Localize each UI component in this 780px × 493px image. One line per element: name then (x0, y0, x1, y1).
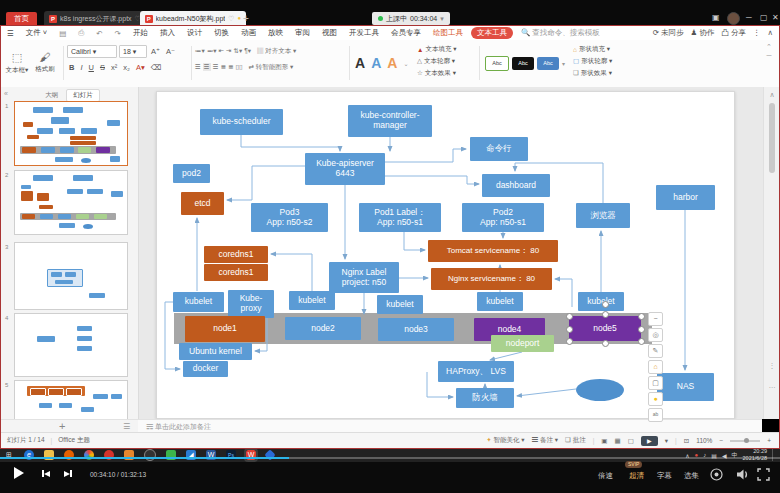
more-icon[interactable]: ⋮ (753, 28, 761, 38)
more-dots-icon[interactable]: ⋯ (764, 384, 780, 392)
scrollbar-thumb[interactable] (769, 103, 775, 173)
selection-handle[interactable] (602, 311, 609, 318)
numbered-list-icon[interactable]: ≕▾ (207, 47, 217, 55)
next-episode-button[interactable] (64, 470, 72, 477)
shape-home-icon[interactable]: ⌂ (648, 360, 663, 374)
remove-icon[interactable]: − (648, 312, 663, 326)
format-painter-button[interactable]: 🖌格式刷 (31, 43, 59, 81)
restore-button[interactable]: ▢ (760, 12, 768, 24)
avatar[interactable] (727, 12, 740, 25)
font-color-button[interactable]: A▾ (134, 63, 147, 72)
selection-handle[interactable] (566, 313, 573, 320)
menu-item-slideshow[interactable]: 放映 (262, 28, 289, 38)
text-effect-button[interactable]: 文本效果 ▾ (425, 69, 456, 78)
align-text-button[interactable]: ▥ 对齐文本 ▾ (257, 47, 296, 56)
ribbon-collapse-icon[interactable]: ⌃─ (761, 42, 777, 60)
text-outline-button[interactable]: 文本轮廓 ▾ (424, 57, 455, 66)
document-tab-1[interactable]: P k8s ingress公开课.pptx ♡ (44, 11, 146, 26)
menu-item-transition[interactable]: 切换 (208, 28, 235, 38)
menu-item-view[interactable]: 视图 (316, 28, 343, 38)
diagram-node-node1[interactable]: node1 (185, 316, 265, 342)
collab-button[interactable]: ♟ 协作 (691, 28, 715, 38)
save-icon[interactable]: ▤ (53, 29, 72, 38)
slide-thumbnail-5[interactable] (14, 380, 128, 419)
selection-handle[interactable] (638, 338, 645, 345)
text-preset-blue[interactable]: A (371, 55, 381, 71)
quality-button[interactable]: 超清 (629, 471, 644, 481)
sync-status[interactable]: ⟳ 未同步 (653, 28, 684, 38)
selection-handle[interactable] (638, 313, 645, 320)
align-left-icon[interactable]: ☰ (195, 63, 201, 71)
bullet-list-icon[interactable]: ≔▾ (195, 47, 205, 55)
page-dots-icon[interactable]: ⋮ (764, 363, 780, 368)
menu-item-design[interactable]: 设计 (181, 28, 208, 38)
smart-graphic-button[interactable]: ⇄ 转智能图形 ▾ (249, 63, 294, 72)
command-search[interactable]: 🔍 查找命令、搜索模板 (521, 28, 600, 38)
fullscreen-icon[interactable] (757, 468, 770, 481)
text-tool-icon[interactable]: ab (648, 408, 663, 422)
selection-handle[interactable] (566, 326, 573, 333)
align-center-icon[interactable]: ☰ (203, 63, 211, 71)
menu-item-devtools[interactable]: 开发工具 (343, 28, 385, 38)
diagram-node-kubelet-5[interactable]: kubelet (578, 292, 624, 311)
zoom-out-icon[interactable]: − (719, 437, 723, 444)
close-button[interactable]: ✕ (772, 12, 779, 24)
sorter-view-icon[interactable]: ▦ (615, 437, 621, 445)
speed-button[interactable]: 倍速 (598, 471, 613, 481)
textbox-button[interactable]: ⬚文本框▾ (3, 44, 31, 82)
hamburger-icon[interactable]: ☰ (1, 29, 20, 38)
font-size-select[interactable]: 18 ▾ (119, 45, 147, 58)
columns-icon[interactable]: ▯▯ (235, 63, 242, 71)
menu-item-animation[interactable]: 动画 (235, 28, 262, 38)
undo-icon[interactable]: ↶ (90, 29, 108, 38)
menu-item-draw-tools[interactable]: 绘图工具 (427, 28, 469, 38)
text-preset-black[interactable]: A (355, 55, 365, 71)
subscript-button[interactable]: x₂ (121, 63, 132, 72)
text-direction-icon[interactable]: ¶▾ (244, 47, 251, 55)
diagram-node-pod2[interactable]: Pod2 App: n50-s1 (462, 203, 544, 232)
shape-style-preset-2[interactable]: Abc (512, 57, 534, 70)
clock-app-icon[interactable] (144, 449, 156, 461)
diagram-node-harbor[interactable]: harbor (656, 185, 715, 210)
new-tab-button[interactable]: + (243, 13, 249, 24)
diagram-node-kubelet-1[interactable]: kubelet (173, 292, 224, 312)
selection-handle[interactable] (638, 326, 645, 333)
font-family-select[interactable]: Calibri ▾ (67, 45, 117, 58)
diagram-node-kube-scheduler[interactable]: kube-scheduler (200, 109, 283, 135)
strikethrough-button[interactable]: S (98, 63, 107, 72)
playlist-button[interactable]: 选集 (684, 471, 699, 481)
clear-format-icon[interactable]: ⌫ (149, 63, 164, 72)
collapse-ribbon-icon[interactable]: ∧ (768, 28, 774, 38)
slide-thumbnail-2[interactable] (14, 170, 128, 235)
subtitle-button[interactable]: 字幕 (657, 471, 672, 481)
justify-icon[interactable]: ≣ (220, 63, 225, 71)
list-view-icon[interactable]: ☰ (123, 422, 130, 431)
diagram-node-pod2-small[interactable]: pod2 (173, 164, 210, 183)
text-preset-orange[interactable]: A (387, 55, 397, 71)
zoom-in-icon[interactable]: + (767, 437, 771, 444)
play-slideshow-button[interactable]: ▶ (641, 436, 658, 446)
normal-view-icon[interactable]: ▣ (601, 437, 607, 445)
shape-style-preset-3[interactable]: Abc (537, 57, 559, 70)
diagram-node-dashboard[interactable]: dashboard (482, 174, 550, 197)
file-menu[interactable]: 文件 ˅ (20, 28, 53, 38)
show-desktop-button[interactable] (772, 449, 776, 461)
slide-page[interactable]: kube-scheduler kube-controller- manager … (156, 91, 735, 419)
bold-button[interactable]: B (67, 63, 76, 72)
class-timer-badge[interactable]: 上課中 00:34:04 ▾ (372, 12, 450, 25)
superscript-button[interactable]: x² (109, 63, 119, 72)
slide-thumbnail-3[interactable] (14, 242, 128, 310)
shape-outline-button[interactable]: 形状轮廓 ▾ (581, 57, 612, 66)
diagram-node-node2[interactable]: node2 (285, 317, 361, 340)
diagram-node-firewall[interactable]: 防火墙 (456, 388, 514, 408)
volume-icon[interactable] (736, 468, 750, 481)
prev-episode-button[interactable] (42, 470, 50, 477)
zoom-slider[interactable] (730, 440, 760, 442)
notes-bar[interactable]: ☴ 单击此处添加备注 (138, 419, 762, 433)
play-button[interactable] (14, 467, 24, 479)
document-tab-2[interactable]: P kubeadm-N50架构.pptx ♡ ● (140, 11, 246, 26)
shape-fill-button[interactable]: 形状填充 ▾ (579, 45, 610, 54)
taskbar-clock[interactable]: 20:292021/6/28 (743, 448, 767, 461)
diagram-node-kubelet-4[interactable]: kubelet (477, 292, 523, 311)
underline-button[interactable]: U (87, 63, 96, 72)
